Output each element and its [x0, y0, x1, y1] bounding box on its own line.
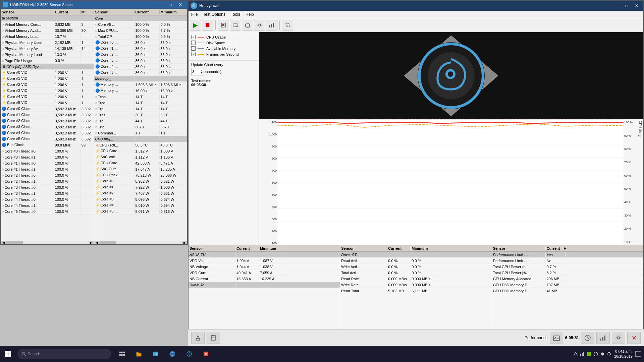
hwinfo-left-row[interactable]: ○Core #3 Thread #0 ... 100.0 % [1, 184, 94, 190]
hwinfo-right-row[interactable]: ⚡CPU Pack... 75.213 W 25.066 W [94, 172, 187, 178]
legend-checkbox-fps[interactable] [191, 52, 196, 56]
hwinfo-right-row[interactable]: ○Trfc 307 T 307 T [94, 124, 187, 130]
taskbar-hwinfo[interactable]: H [148, 346, 164, 362]
hwinfo-left-row[interactable]: ⚡Core #4 VID 1.200 V 1 [1, 94, 94, 100]
scroll-left-arrow[interactable]: ◀ [1, 241, 6, 244]
hwinfo-right-row[interactable]: ○Tras 30 T 30 T [94, 112, 187, 118]
scroll-thumb[interactable] [6, 241, 23, 244]
bp-row[interactable]: GPU Memory Allocated 296 MB [492, 276, 643, 282]
bp-row[interactable]: VDD Curr... 40.941 A 7.059 A [189, 270, 340, 276]
perf-close-btn[interactable]: ✕ [627, 332, 641, 344]
bp-row[interactable]: Performance Limit - ... No [492, 258, 643, 264]
hwinfo-minimize[interactable]: ─ [156, 1, 165, 8]
bp-row[interactable]: VDD Volt... 1.094 V 1.087 V [189, 258, 340, 264]
seconds-spinbox[interactable]: 3 ▲ ▼ [191, 68, 204, 75]
notification-bell[interactable] [635, 351, 641, 357]
hwinfo-right-row[interactable]: 🔵Core #4 ... 36.0 x 36.0 x [94, 64, 187, 70]
perf-clock-btn[interactable] [581, 332, 594, 344]
bp-row[interactable]: Write Rate 0.000 MB/s 0.000 MB/s [340, 282, 491, 288]
hwinfo-left-row[interactable]: 🔵Bus Clock 99.8 MHz 99 [1, 142, 94, 148]
bp-row[interactable]: Total Acti... 0.0 % 0.0 % [340, 270, 491, 276]
hwinfo-right-row[interactable]: ⚡CPU Core... 1.312 V 1.300 V [94, 148, 187, 154]
hwinfo-left-row[interactable]: ○Page File Usage 0.0 % [1, 58, 94, 64]
hwinfo-right-row[interactable]: ⚡Core #3 ... 8.096 W 0.674 W [94, 196, 187, 202]
bp-row[interactable]: GPU D3D Memory D... 197 MB [492, 282, 643, 288]
hwinfo-right-row[interactable]: ○Total CP... 100.0 % 0.9 % [94, 34, 187, 40]
spin-down[interactable]: ▼ [201, 72, 203, 74]
p3-scroll-right[interactable]: ▶ [562, 246, 568, 250]
toolbar-wrench[interactable] [282, 20, 293, 31]
hwinfo-maximize[interactable]: □ [166, 1, 175, 8]
hwinfo-right-row[interactable]: ⚡CPU Core... 42.353 A 8.471 A [94, 160, 187, 166]
hwinfo-right-row[interactable]: ○Trc 44 T 44 T [94, 118, 187, 124]
hwinfo-right-row[interactable]: ⚡SoC Volt... 1.112 V 1.106 V [94, 154, 187, 160]
scroll-right-arrow[interactable]: ▶ [89, 241, 94, 244]
hwinfo-right-scrollbar[interactable]: ◀ ▶ [94, 241, 187, 244]
hwinfo-right-row[interactable]: ⚡Core #1 ... 7.922 W 1.000 W [94, 184, 187, 190]
taskbar-browser[interactable] [181, 346, 197, 362]
hwinfo-right-rows[interactable]: Core ○Core #5 ... 100.0 % 0.0 % ○Max CPU… [94, 15, 187, 241]
hwinfo-right-row[interactable]: 🔵Memory ... 16.00 x 16.00 x [94, 88, 187, 94]
bp-row[interactable]: NB Current 18.353 A 16.235 A [189, 276, 340, 282]
bp-row[interactable]: Read Total 5,163 MB 5,111 MB [340, 288, 491, 294]
hwinfo-left-row[interactable]: ○Core #4 Thread #0 ... 100.0 % [1, 196, 94, 202]
hwinfo-right-row[interactable]: 🔵Core #2 ... 36.0 x 36.0 x [94, 52, 187, 58]
taskbar-extra-app[interactable]: ⚙ [198, 346, 214, 362]
hwinfo-left-row[interactable]: ○Core #2 Thread #1 ... 100.0 % [1, 178, 94, 184]
hwinfo-right-row[interactable]: ○Comman... 1 T 1 T [94, 130, 187, 136]
hwinfo-close[interactable]: ✕ [176, 1, 185, 8]
taskbar-task-view[interactable] [114, 346, 130, 362]
hwinfo-right-row[interactable]: ⚡Core #2 ... 7.407 W 0.881 W [94, 190, 187, 196]
hwinfo-left-row[interactable]: ○Core #1 Thread #0 ... 100.0 % [1, 160, 94, 166]
hwinfo-left-row[interactable]: 🔵Core #4 Clock 3,592.3 MHz 3,592 [1, 130, 94, 136]
toolbar-gpu[interactable] [242, 20, 253, 31]
hwinfo-left-row[interactable]: ⚡Core #1 VID 1.200 V 1 [1, 76, 94, 82]
hwinfo-left-row[interactable]: 🔵Core #0 Clock 3,592.3 MHz 3,592 [1, 106, 94, 112]
hwinfo-right-row[interactable]: 🔵Memory ... 1,596.6 MHz 1,596.6 MHz [94, 82, 187, 88]
hwinfo-left-row[interactable]: ⚡Core #5 VID 1.200 V 1 [1, 100, 94, 106]
toolbar-settings2[interactable] [254, 20, 265, 31]
start-button[interactable] [0, 346, 16, 362]
bp-row[interactable]: Total GPU Power [%... 8.2 % [492, 270, 643, 276]
scroll-track2[interactable] [100, 241, 182, 244]
perf-chart-btn[interactable] [596, 332, 610, 344]
spin-arrows[interactable]: ▲ ▼ [201, 69, 203, 74]
hwinfo-left-scrollbar[interactable]: ◀ ▶ [1, 241, 94, 244]
hwinfo-left-row[interactable]: ○Virtual Memory Load 10.7 % [1, 34, 94, 40]
legend-checkbox-mem[interactable] [191, 46, 196, 51]
bp-row[interactable]: GPU D3D Memory D... 41 MB [492, 288, 643, 294]
hwinfo-right-row[interactable]: ○Trcd 14 T 14 T [94, 100, 187, 106]
hwinfo-right-row[interactable]: ⚡SoC Curr... 17.647 A 16.235 A [94, 166, 187, 172]
legend-checkbox-cpu[interactable] [191, 35, 196, 39]
hwinfo-left-row[interactable]: ○Physical Memory Av... 14,138 MB 14, [1, 46, 94, 52]
scroll-left-arrow2[interactable]: ◀ [94, 241, 100, 244]
menu-tools[interactable]: Tools [228, 11, 243, 17]
bp-row[interactable]: Read Rate 0.000 MB/s 0.000 MB/s [340, 276, 491, 282]
hwinfo-left-row[interactable]: ○Virtual Memory Com... 3,632 MB 3, [1, 21, 94, 27]
hl-minimize[interactable]: ─ [612, 2, 621, 9]
hwinfo-left-row[interactable]: ○Core #3 Thread #1 ... 100.0 % [1, 190, 94, 196]
search-box[interactable]: Search [17, 349, 111, 359]
scroll-track[interactable] [6, 241, 89, 244]
hwinfo-left-row[interactable]: ○Virtual Memory Avail... 30,096 MB 30, [1, 27, 94, 34]
hwinfo-left-row[interactable]: ⚡Core #2 VID 1.206 V 1 [1, 82, 94, 88]
hwinfo-right-row[interactable]: ⚡Core #5 ... 8.071 W 0.816 W [94, 208, 187, 215]
hwinfo-right-row[interactable]: ○Tcas 14 T 14 T [94, 94, 187, 100]
hwinfo-right-row[interactable]: 🔵Core #5 ... 36.0 x 36.0 x [94, 70, 187, 76]
taskbar-file-explorer[interactable] [131, 346, 147, 362]
hwinfo-right-row[interactable]: ⚡Core #0 ... 8.952 W 0.821 W [94, 178, 187, 184]
toolbar-play[interactable]: ▶ [190, 20, 201, 31]
bp-row[interactable]: Total GPU Power (n... 9.7 % [492, 264, 643, 270]
perf-settings-btn[interactable] [612, 332, 625, 344]
hwinfo-left-rows[interactable]: ⊞System ○Virtual Memory Com... 3,632 MB … [1, 15, 94, 241]
hwinfo-left-row[interactable]: ○Core #5 Thread #0 ... 100.0 % [1, 208, 94, 215]
menu-file[interactable]: File [189, 11, 200, 17]
hwinfo-right-row[interactable]: 🌡CPU (Tctl... 56.3 °C 40.8 °C [94, 142, 187, 148]
hwinfo-left-row[interactable]: 🔵Core #2 Clock 3,592.3 MHz 3,592 [1, 118, 94, 124]
hwinfo-left-row[interactable]: ○Core #2 Thread #0 ... 100.0 % [1, 172, 94, 178]
hwinfo-right-row[interactable]: 🔵Core #0 ... 36.0 x 36.0 x [94, 40, 187, 46]
toolbar-disk[interactable] [230, 20, 241, 31]
menu-test-options[interactable]: Test Options [200, 11, 228, 17]
hwinfo-left-row[interactable]: ○Physical Memory Load 13.3 % [1, 52, 94, 58]
perf-img-btn[interactable] [550, 332, 563, 344]
